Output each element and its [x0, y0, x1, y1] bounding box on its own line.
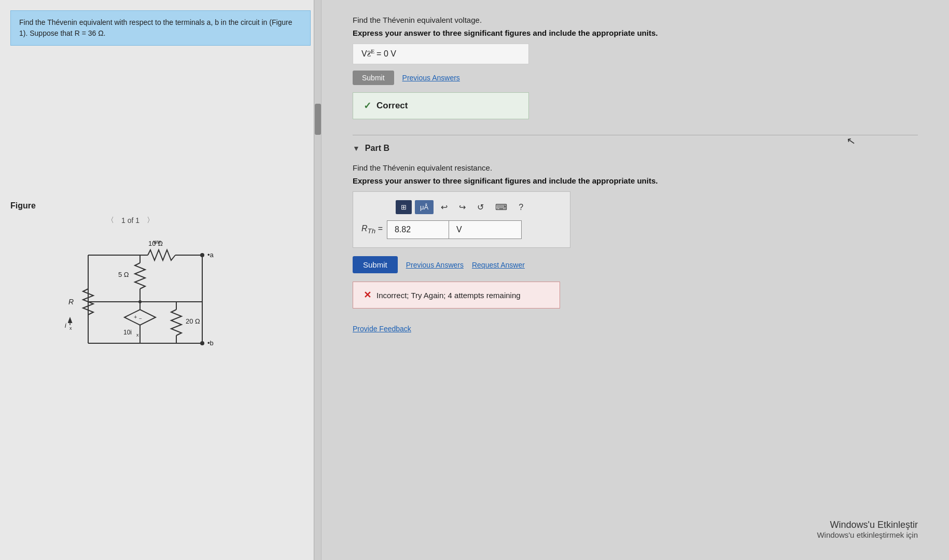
figure-counter: 1 of 1 [121, 216, 139, 225]
windows-activate-sub-text: Windows'u etkinleştirmek için [817, 530, 918, 539]
matrix-icon: ⊞ [401, 203, 407, 211]
checkmark-icon: ✓ [364, 100, 371, 111]
svg-text:R: R [68, 298, 74, 306]
svg-text:ww: ww [152, 239, 161, 245]
equation-unit-input[interactable]: V [449, 220, 522, 239]
part-a-find-instruction: Find the Thévenin equivalent voltage. [353, 16, 918, 24]
correct-text: Correct [376, 101, 408, 111]
scrollbar[interactable] [314, 0, 321, 560]
part-a-previous-answers-link[interactable]: Previous Answers [402, 74, 460, 82]
matrix-button[interactable]: ⊞ [396, 200, 412, 214]
keyboard-button[interactable]: ⌨ [491, 200, 511, 214]
provide-feedback-section: Provide Feedback [353, 324, 918, 333]
svg-text:−: − [139, 316, 142, 321]
svg-text:10i: 10i [123, 329, 132, 336]
redo-button[interactable]: ↪ [455, 200, 470, 214]
refresh-button[interactable]: ↺ [473, 200, 488, 214]
svg-text:x: x [136, 332, 139, 338]
part-b-section: ▼ Part B Find the Thévenin equivalent re… [353, 135, 918, 309]
provide-feedback-link[interactable]: Provide Feedback [353, 325, 411, 333]
svg-text:i: i [65, 322, 66, 329]
figure-next-button[interactable]: 〉 [144, 215, 157, 226]
equation-toolbar: ⊞ μÅ ↩ ↪ ↺ ⌨ ? [361, 200, 562, 214]
part-b-previous-answers-link[interactable]: Previous Answers [406, 261, 464, 269]
part-b-submit-button[interactable]: Submit [353, 256, 398, 273]
part-a-submit-button[interactable]: Submit [353, 71, 394, 85]
part-a-section: Find the Thévenin equivalent voltage. Ex… [353, 16, 918, 119]
undo-button[interactable]: ↩ [437, 200, 452, 214]
incorrect-text: Incorrect; Try Again; 4 attempts remaini… [376, 291, 521, 300]
x-icon: ✕ [364, 289, 371, 301]
part-b-label: Part B [365, 144, 389, 153]
part-b-request-answer-link[interactable]: Request Answer [472, 261, 525, 269]
svg-text:+: + [134, 314, 137, 320]
part-b-collapse-icon[interactable]: ▼ [353, 144, 360, 152]
part-b-input-area: ⊞ μÅ ↩ ↪ ↺ ⌨ ? RTh = 8.82 V [353, 191, 570, 248]
equation-value-input[interactable]: 8.82 [387, 220, 449, 239]
equation-label: RTh = [361, 224, 387, 235]
svg-text:x: x [69, 326, 72, 331]
windows-activation: Windows'u Etkinleştir Windows'u etkinleş… [817, 520, 918, 539]
correct-box: ✓ Correct [353, 92, 529, 119]
svg-text:•b: •b [207, 339, 214, 347]
unit-button[interactable]: μÅ [415, 200, 434, 214]
svg-point-6 [200, 253, 204, 257]
part-b-find-instruction: Find the Thévenin equivalent resistance. [353, 163, 918, 172]
part-a-answer-display: Vᴤᴱ = 0 V [353, 44, 529, 64]
circuit-diagram: 10 Ω ww •a •b 5 Ω [10, 234, 311, 364]
windows-activate-main-text: Windows'u Etkinleştir [817, 520, 918, 530]
svg-text:5 Ω: 5 Ω [118, 271, 129, 278]
svg-text:•a: •a [207, 251, 214, 259]
figure-label: Figure [10, 201, 311, 211]
part-b-express-instruction: Express your answer to three significant… [353, 176, 918, 185]
help-button[interactable]: ? [514, 201, 527, 214]
part-a-express-instruction: Express your answer to three significant… [353, 29, 918, 37]
figure-prev-button[interactable]: 〈 [104, 215, 117, 226]
svg-text:20 Ω: 20 Ω [186, 317, 200, 325]
problem-statement: Find the Thévenin equivalent with respec… [10, 10, 311, 46]
incorrect-box: ✕ Incorrect; Try Again; 4 attempts remai… [353, 282, 560, 309]
